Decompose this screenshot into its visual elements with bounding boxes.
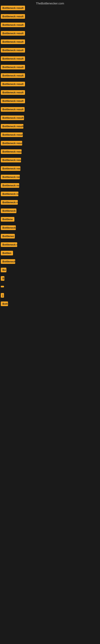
bottleneck-item: B	[1, 276, 4, 282]
bottleneck-badge: Bottleneck result	[1, 22, 25, 27]
bottleneck-badge: |	[1, 293, 4, 298]
bottleneck-item: Bottleneck result	[1, 116, 24, 121]
bottleneck-item: Bottleneck result	[1, 82, 25, 87]
bottleneck-badge: Bottleneck result	[1, 158, 21, 162]
bottleneck-item: Bottleneck re	[1, 242, 17, 248]
bottleneck-badge: Bottlene	[1, 217, 14, 222]
bottleneck-badge: Bottlen	[1, 251, 13, 256]
bottleneck-item: Bo	[1, 268, 6, 273]
bottleneck-badge: Bottleneck result	[1, 166, 20, 171]
bottleneck-badge: Bottleneck result	[1, 48, 25, 52]
bottleneck-item: Bottleneck result	[1, 40, 25, 45]
bottleneck-badge: Bottleneck resul	[1, 200, 18, 205]
bottleneck-item: Bottleneck result	[1, 14, 25, 20]
bottleneck-badge: Bottleneck	[1, 259, 15, 264]
bottleneck-badge: Bottleneck result	[1, 31, 25, 36]
bottleneck-badge: Bott	[1, 302, 8, 306]
bottleneck-badge: Bottleneck result	[1, 107, 25, 112]
bottleneck-badge: Bottlenec	[1, 234, 15, 238]
bottleneck-badge: Bottleneck result	[1, 73, 25, 78]
bottleneck-item: Bottleneck result	[1, 158, 21, 163]
bottleneck-badge: Bottleneck	[1, 226, 16, 230]
bottleneck-item: |	[1, 293, 4, 298]
bottleneck-item: Bottleneck result	[1, 73, 25, 79]
bottleneck-item: Bottleneck result	[1, 175, 20, 180]
bottleneck-badge: Bottleneck result	[1, 116, 24, 120]
bottleneck-badge: Bo	[1, 268, 6, 272]
bottleneck-item: Bottleneck result	[1, 65, 25, 70]
bottleneck-item: Bottleneck re	[1, 192, 18, 197]
bottleneck-item: Bottleneck result	[1, 124, 23, 130]
bottleneck-badge: Bottleneck result	[1, 82, 25, 86]
bottleneck-badge: Bottleneck result	[1, 141, 22, 146]
bottleneck-item: Bottleneck	[1, 208, 16, 214]
bottleneck-badge: Bottleneck result	[1, 14, 25, 19]
bottleneck-item: Bottleneck result	[1, 132, 23, 138]
bottleneck-item: Bottleneck result	[1, 48, 25, 53]
bottleneck-item: Bottlene	[1, 217, 14, 222]
bottleneck-item: Bottleneck	[1, 226, 16, 231]
bottleneck-item: Bottleneck	[1, 259, 15, 265]
bottleneck-item: Bottleneck resul	[1, 200, 18, 206]
bottleneck-badge: Bottleneck	[1, 208, 16, 213]
bottleneck-badge: Bottleneck result	[1, 40, 25, 44]
bottleneck-item	[1, 284, 4, 288]
bottleneck-item: Bott	[1, 302, 8, 307]
bottleneck-item: Bottleneck result	[1, 183, 19, 188]
bottleneck-item: Bottlenec	[1, 234, 15, 239]
bottleneck-badge: Bottleneck result	[1, 98, 25, 103]
bottleneck-badge: Bottleneck result	[1, 149, 22, 154]
bottleneck-badge: Bottleneck result	[1, 124, 23, 128]
bottleneck-badge: Bottleneck re	[1, 242, 17, 247]
bottleneck-badge: Bottleneck re	[1, 192, 18, 196]
bottleneck-item: Bottleneck result	[1, 98, 25, 104]
bottleneck-badge: B	[1, 276, 4, 281]
bottleneck-item: Bottleneck result	[1, 149, 22, 155]
bottleneck-badge: Bottleneck result	[1, 90, 25, 95]
bottleneck-item: Bottleneck result	[1, 31, 25, 36]
bottleneck-item: Bottleneck result	[1, 6, 25, 11]
bottleneck-badge: Bottleneck result	[1, 175, 20, 179]
bottleneck-item: Bottleneck result	[1, 22, 25, 28]
bottleneck-badge: Bottleneck result	[1, 132, 23, 137]
bottleneck-item: Bottleneck result	[1, 107, 25, 112]
bottleneck-badge: Bottleneck result	[1, 183, 19, 188]
bottleneck-item: Bottleneck result	[1, 166, 20, 172]
bottleneck-badge: Bottleneck result	[1, 65, 25, 70]
bottleneck-badge	[1, 286, 4, 288]
bottleneck-badge: Bottleneck result	[1, 6, 25, 10]
bottleneck-item: Bottleneck result	[1, 56, 25, 62]
bottleneck-item: Bottleneck result	[1, 90, 25, 96]
bottleneck-item: Bottleneck result	[1, 141, 22, 146]
bottleneck-item: Bottlen	[1, 251, 13, 256]
bottleneck-badge: Bottleneck result	[1, 56, 25, 61]
